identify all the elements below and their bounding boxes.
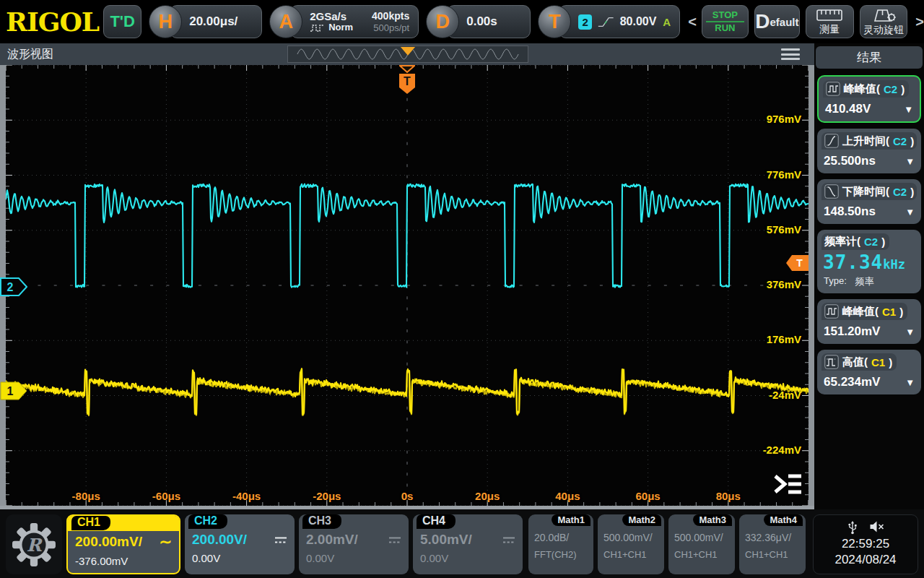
math1-operation: FFT(CH2) [534, 549, 590, 560]
dropdown-caret-icon[interactable]: ▼ [905, 156, 915, 167]
measurement-value: 148.50ns [824, 204, 876, 219]
y-axis-label: 176mV [767, 333, 801, 345]
ch1-card[interactable]: CH1 200.00mV/ ∼ -376.00mV [66, 514, 180, 574]
knob-icon [871, 8, 897, 22]
measurement-card-vpp-c2[interactable]: 峰峰值(C2) 410.48V ▼ [817, 75, 921, 123]
math3-tab-label: Math3 [693, 514, 732, 526]
x-axis-label: 80μs [716, 490, 741, 502]
top-toolbar: RIGOL T'D H 20.00μs/ A 2GSa/s Norm 400kp… [0, 0, 924, 43]
quick-knob-button[interactable]: 灵动旋钮 [860, 5, 908, 38]
dropdown-caret-icon[interactable]: ▼ [904, 104, 913, 115]
label-close: ) [910, 186, 914, 198]
svg-text:2: 2 [7, 281, 14, 293]
label-close: ) [889, 356, 892, 368]
math2-scale: 500.00mV/ [603, 532, 661, 543]
svg-text:R: R [27, 535, 43, 556]
measurement-value: 25.500ns [824, 154, 876, 168]
dropdown-caret-icon[interactable]: ▼ [905, 327, 915, 337]
measurement-card-rise-c2[interactable]: 上升时间(C2) 25.500ns ▼ [817, 129, 921, 173]
default-button[interactable]: Default [754, 5, 800, 38]
d-knob-icon[interactable]: D [426, 5, 459, 38]
measurement-card-fall-c2[interactable]: 下降时间(C2) 148.50ns ▼ [817, 179, 921, 224]
acq-mode: Norm [328, 22, 353, 33]
trigger-control[interactable]: T 2 80.00V A [538, 5, 680, 38]
waveform-canvas [6, 65, 808, 506]
trigger-status-button[interactable]: T'D [103, 5, 141, 38]
y-axis-label: -24mV [769, 389, 801, 401]
panel-menu-icon[interactable] [781, 48, 800, 60]
delay-value: 0.00s [466, 14, 497, 29]
math4-operation: CH1+CH1 [745, 549, 803, 560]
plot-area-frame: 976mV 776mV 576mV 376mV 176mV -24mV -224… [0, 65, 814, 509]
toolbar-next-arrow[interactable]: > [915, 14, 924, 30]
stop-run-button[interactable]: STOP RUN [702, 5, 749, 38]
ac-coupling-icon: ∼ [159, 533, 172, 551]
peak-peak-icon [826, 82, 840, 96]
y-axis-label: 776mV [767, 168, 801, 181]
measurement-value: 151.20mV [824, 324, 880, 339]
usb-icon [847, 520, 858, 535]
results-expand-icon[interactable] [771, 473, 804, 496]
ch3-scale: 2.00mV/ [306, 532, 358, 548]
toolbar-prev-arrow[interactable]: < [688, 14, 697, 30]
label-close: ) [910, 135, 914, 147]
h-knob-icon[interactable]: H [149, 5, 182, 38]
dc-coupling-icon [388, 536, 401, 544]
quick-knob-label: 灵动旋钮 [863, 24, 904, 37]
clock-panel[interactable]: 22:59:25 2024/08/24 [813, 514, 918, 574]
ch1-ground-marker[interactable]: 1 [0, 381, 27, 400]
default-label-cap: D [755, 10, 770, 33]
horizontal-timebase-control[interactable]: H 20.00μs/ [149, 5, 262, 38]
system-date: 2024/08/24 [814, 553, 918, 567]
peak-peak-icon [824, 304, 839, 319]
measurement-source: C2 [864, 236, 878, 248]
stop-label: STOP [706, 10, 744, 22]
dropdown-caret-icon[interactable]: ▼ [905, 207, 915, 217]
measurement-source: C1 [882, 306, 896, 318]
math2-card[interactable]: Math2 500.00mV/ CH1+CH1 [598, 514, 664, 574]
delay-control[interactable]: D 0.00s [426, 5, 531, 38]
ch2-ground-marker[interactable]: 2 [0, 277, 27, 296]
measurement-label: 下降时间( [842, 185, 889, 199]
label-close: ) [899, 306, 903, 318]
measurement-value: 65.234mV [824, 375, 880, 389]
trigger-position-triangle[interactable] [399, 65, 415, 73]
y-axis-label: 576mV [767, 223, 801, 236]
ch2-scale: 200.00V/ [192, 532, 247, 548]
math3-operation: CH1+CH1 [674, 549, 732, 560]
a-knob-icon[interactable]: A [269, 5, 302, 38]
right-ruler-strip [808, 65, 814, 506]
rigol-logo: RIGOL [6, 7, 99, 37]
ch3-card[interactable]: CH3 2.00mV/ 0.00V [299, 514, 409, 574]
waveform-plot[interactable]: 976mV 776mV 576mV 376mV 176mV -24mV -224… [6, 65, 808, 506]
freq-type-label: Type: [824, 275, 847, 288]
y-axis-label: -224mV [763, 444, 801, 456]
ch2-tab-label: CH2 [188, 514, 227, 529]
ch4-offset: 0.00V [420, 552, 515, 564]
horizontal-position-preview[interactable] [287, 46, 528, 63]
measurement-label: 频率计( [824, 235, 860, 249]
math2-operation: CH1+CH1 [603, 549, 661, 560]
measurement-card-vpp-c1[interactable]: 峰峰值(C1) 151.20mV ▼ [817, 299, 921, 344]
math1-scale: 20.0dB/ [534, 532, 590, 543]
frequency-counter-card[interactable]: 频率计(C2) 37.34kHz Type: 频率 [817, 230, 921, 293]
t-knob-icon[interactable]: T [538, 5, 571, 38]
measure-button[interactable]: 测量 [806, 5, 854, 38]
x-axis-label: -80μs [72, 490, 100, 502]
waveform-panel: 波形视图 976mV 776mV 576mV 376mV 176mV -24mV… [0, 43, 814, 509]
math3-card[interactable]: Math3 500.00mV/ CH1+CH1 [668, 514, 735, 574]
frequency-counter-value: 37.34 [823, 251, 883, 273]
x-axis-label: -60μs [152, 490, 180, 502]
measurement-card-high-c1[interactable]: 高值(C1) 65.234mV ▼ [817, 350, 921, 394]
rigol-gear-logo[interactable]: R [6, 514, 62, 574]
measurement-label: 高值( [842, 355, 868, 369]
acquisition-control[interactable]: A 2GSa/s Norm 400kpts 500ps/pt [269, 5, 419, 38]
y-axis-label: 376mV [767, 278, 801, 290]
gear-r-icon: R [12, 522, 56, 567]
math4-scale: 332.36μV/ [745, 532, 803, 543]
ch4-card[interactable]: CH4 5.00mV/ 0.00V [413, 514, 523, 574]
math1-card[interactable]: Math1 20.0dB/ FFT(CH2) [528, 514, 593, 574]
math4-card[interactable]: Math4 332.36μV/ CH1+CH1 [739, 514, 806, 574]
dropdown-caret-icon[interactable]: ▼ [905, 377, 915, 388]
ch2-card[interactable]: CH2 200.00V/ 0.00V [185, 514, 295, 574]
